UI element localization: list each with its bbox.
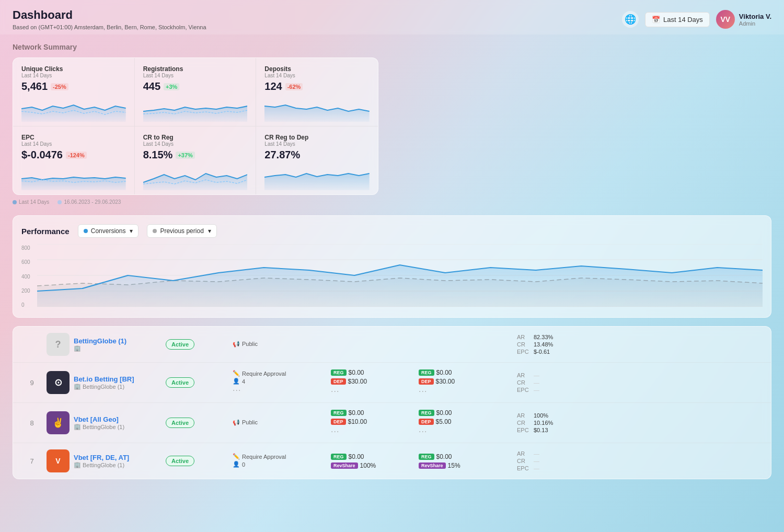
cr-value-9: — (534, 379, 539, 386)
legend-current: Last 14 Days (13, 199, 49, 205)
epc-value-partial: $-0.61 (534, 349, 550, 355)
timezone-subtitle: Based on (GMT+01:00) Amsterdam, Berlin, … (13, 24, 206, 30)
approval-count-7: 👤 0 (233, 461, 327, 468)
offer-approval-9: ✏️ Require Approval 👤 4 ··· (233, 370, 327, 395)
cr-reg-label: CR to Reg (143, 134, 248, 141)
building-icon-8: 🏢 (74, 423, 81, 430)
registrations-chart (143, 96, 248, 122)
performance-chart-area (37, 244, 763, 309)
offers-table: ? BettingGlobe (1) 🏢 Active 📢 Public (13, 326, 771, 479)
deposits-period: Last 14 Days (264, 73, 370, 78)
offer-name-partial[interactable]: BettingGlobe (1) (74, 337, 126, 345)
approval-label-9: Require Approval (242, 371, 286, 377)
ar-row-8: AR 100% (517, 412, 580, 419)
epc-value-7: — (534, 465, 539, 471)
metric-registrations: Registrations Last 14 Days 445 +3% (135, 58, 257, 126)
previous-period-label: Previous period (160, 227, 203, 235)
approval-label-7: Require Approval (242, 454, 286, 460)
approval-type-8: 📢 Public (233, 419, 327, 426)
registrations-label: Registrations (143, 65, 248, 73)
user-role: Admin (739, 20, 771, 27)
offer-comm-ref-9: REG $0.00 DEP $30.00 ··· (419, 369, 513, 396)
cr-value-partial: 13.48% (534, 341, 553, 348)
edit-icon-7: ✏️ (233, 453, 240, 460)
cr-row-7: CR — (517, 458, 580, 464)
more-my-8: ··· (331, 427, 414, 436)
epc-row-8: EPC $0.13 (517, 427, 580, 433)
reg-badge-7: REG (331, 454, 347, 460)
header-actions: 🌐 📅 Last 14 Days VV Viktoria V. Admin (622, 10, 771, 29)
metrics-grid: Unique Clicks Last 14 Days 5,461 -25% (13, 57, 378, 195)
offer-name-7[interactable]: Vbet [FR, DE, AT] (74, 454, 129, 461)
date-filter-button[interactable]: 📅 Last 14 Days (645, 12, 710, 27)
legend-current-label: Last 14 Days (19, 199, 49, 205)
cr-value-8: 10.16% (534, 420, 553, 426)
reg-badge-9: REG (331, 369, 347, 376)
epc-value: $-0.0476 (21, 149, 63, 161)
offer-approval-8: 📢 Public (233, 419, 327, 427)
chevron-down-icon: ▾ (130, 227, 133, 235)
megaphone-icon-8: 📢 (233, 419, 240, 426)
approval-label-8: Public (242, 419, 258, 425)
cr-label-8: CR (517, 420, 532, 426)
more-ref-8: ··· (419, 427, 513, 436)
conversions-filter[interactable]: Conversions ▾ (78, 224, 139, 238)
megaphone-icon: 📢 (233, 341, 240, 348)
cr-reg-change: +37% (176, 152, 194, 159)
building-icon-9: 🏢 (74, 383, 81, 390)
ar-label-partial: AR (517, 334, 532, 340)
offer-name-9[interactable]: Bet.io Betting [BR] (74, 375, 134, 383)
approval-type-7: ✏️ Require Approval (233, 453, 327, 460)
cr-row-partial: CR 13.48% (517, 341, 580, 348)
epc-label-8: EPC (517, 427, 532, 433)
previous-period-filter[interactable]: Previous period ▾ (147, 224, 216, 238)
offer-name-8[interactable]: Vbet [All Geo] (74, 415, 124, 423)
offer-status-partial: Active (166, 339, 228, 350)
metric-epc: EPC Last 14 Days $-0.0476 -124% (13, 126, 135, 194)
comm-my-dep-9: DEP $30.00 (331, 378, 414, 385)
metric-cr-reg: CR to Reg Last 14 Days 8.15% +37% (135, 126, 257, 194)
globe-icon[interactable]: 🌐 (622, 11, 639, 28)
revshare-badge-7: RevShare (331, 462, 358, 469)
comm-my-dep-8: DEP $10.00 (331, 418, 414, 425)
header-left: Dashboard Based on (GMT+01:00) Amsterdam… (13, 8, 206, 30)
offer-logo-9: ⊙ (47, 371, 70, 394)
epc-period: Last 14 Days (21, 141, 126, 147)
table-row: 8 ✌ Vbet [All Geo] 🏢 BettingGlobe (1) Ac… (13, 403, 771, 443)
deposits-chart (264, 96, 370, 122)
epc-chart (21, 164, 126, 190)
metric-cr-dep: CR Reg to Dep Last 14 Days 27.87% (256, 126, 378, 194)
epc-label-9: EPC (517, 387, 532, 393)
table-row: 9 ⊙ Bet.io Betting [BR] 🏢 BettingGlobe (… (13, 363, 771, 403)
metric-unique-clicks: Unique Clicks Last 14 Days 5,461 -25% (13, 58, 135, 126)
network-summary-title: Network Summary (13, 43, 771, 51)
offer-info-partial: ? BettingGlobe (1) 🏢 (47, 333, 162, 356)
comm-ref-dep-8: DEP $5.00 (419, 418, 513, 425)
perf-y-labels: 800 600 400 200 0 (21, 244, 30, 309)
cr-dep-value: 27.87% (264, 149, 300, 161)
ar-label-7: AR (517, 450, 532, 457)
cr-label-7: CR (517, 458, 532, 464)
performance-section: Performance Conversions ▾ Previous perio… (13, 215, 771, 318)
offer-comm-ref-8: REG $0.00 DEP $5.00 ··· (419, 409, 513, 436)
epc-value-8: $0.13 (534, 427, 548, 433)
ar-row-9: AR — (517, 372, 580, 378)
more-my-9: ··· (331, 387, 414, 396)
ref-revshare-badge-7: RevShare (419, 462, 446, 469)
unique-clicks-value-row: 5,461 -25% (21, 80, 126, 92)
ar-label-8: AR (517, 412, 532, 419)
offer-network-8: 🏢 BettingGlobe (1) (74, 423, 124, 430)
ar-value-8: 100% (534, 412, 548, 419)
approval-type-9: ✏️ Require Approval (233, 370, 327, 377)
offer-info-8: ✌ Vbet [All Geo] 🏢 BettingGlobe (1) (47, 411, 162, 434)
comm-my-reg-9: REG $0.00 (331, 369, 414, 376)
deposits-label: Deposits (264, 65, 370, 73)
cr-label-9: CR (517, 379, 532, 386)
page-title: Dashboard (13, 8, 206, 22)
offer-info-9: ⊙ Bet.io Betting [BR] 🏢 BettingGlobe (1) (47, 371, 162, 394)
ar-label-9: AR (517, 372, 532, 378)
building-icon-7: 🏢 (74, 461, 81, 468)
comm-ref-reg-8: REG $0.00 (419, 409, 513, 417)
user-info[interactable]: VV Viktoria V. Admin (716, 10, 771, 29)
epc-label: EPC (21, 134, 126, 141)
